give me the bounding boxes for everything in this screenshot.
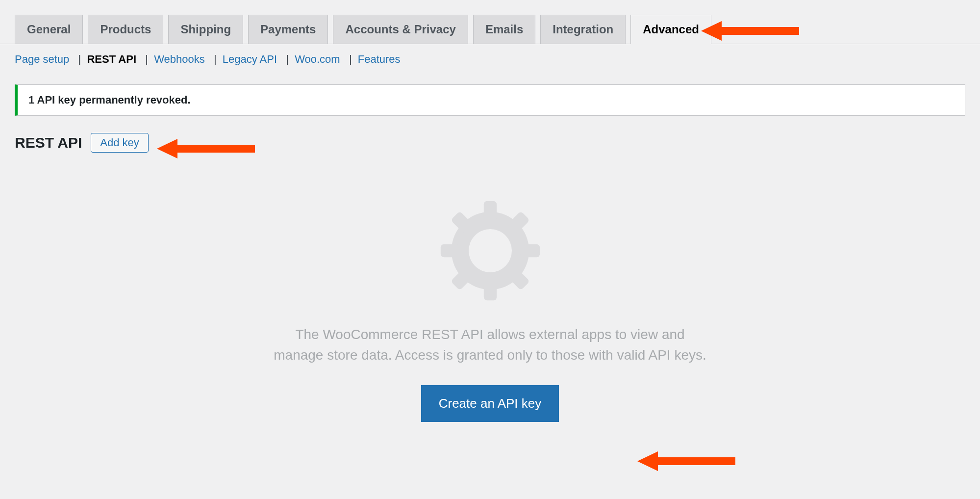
- svg-point-9: [469, 229, 512, 272]
- gear-icon: [0, 197, 980, 305]
- tab-shipping[interactable]: Shipping: [168, 15, 243, 44]
- svg-rect-4: [520, 244, 540, 257]
- notice-text: 1 API key permanently revoked.: [28, 94, 191, 106]
- tab-payments[interactable]: Payments: [248, 15, 328, 44]
- subnav-separator: |: [211, 53, 217, 65]
- tab-products[interactable]: Products: [88, 15, 163, 44]
- subnav-rest-api[interactable]: REST API: [87, 53, 136, 65]
- create-api-key-button[interactable]: Create an API key: [421, 385, 559, 422]
- add-key-button[interactable]: Add key: [91, 133, 149, 153]
- subnav-separator: |: [142, 53, 148, 65]
- subnav-page-setup[interactable]: Page setup: [15, 53, 69, 65]
- subnav-features[interactable]: Features: [358, 53, 401, 65]
- svg-rect-1: [483, 201, 496, 221]
- tab-emails[interactable]: Emails: [473, 15, 535, 44]
- svg-marker-12: [637, 451, 735, 471]
- subnav-separator: |: [346, 53, 352, 65]
- settings-tabs: General Products Shipping Payments Accou…: [0, 0, 980, 44]
- subnav-separator: |: [283, 53, 289, 65]
- subnav: Page setup | REST API | Webhooks | Legac…: [0, 44, 980, 75]
- notice-revoked: 1 API key permanently revoked.: [15, 84, 965, 116]
- subnav-legacy-api[interactable]: Legacy API: [223, 53, 277, 65]
- subnav-webhooks[interactable]: Webhooks: [154, 53, 205, 65]
- svg-rect-3: [440, 244, 460, 257]
- subnav-separator: |: [75, 53, 81, 65]
- empty-state: The WooCommerce REST API allows external…: [0, 197, 980, 422]
- page-title: REST API: [15, 134, 82, 151]
- tab-integration[interactable]: Integration: [540, 15, 626, 44]
- annotation-arrow-icon: [637, 447, 735, 475]
- tab-general[interactable]: General: [15, 15, 83, 44]
- svg-rect-2: [483, 281, 496, 301]
- tab-advanced[interactable]: Advanced: [630, 15, 711, 44]
- tab-accounts-privacy[interactable]: Accounts & Privacy: [333, 15, 468, 44]
- title-row: REST API Add key: [0, 116, 980, 153]
- subnav-woo-com[interactable]: Woo.com: [295, 53, 340, 65]
- empty-state-description: The WooCommerce REST API allows external…: [270, 324, 711, 366]
